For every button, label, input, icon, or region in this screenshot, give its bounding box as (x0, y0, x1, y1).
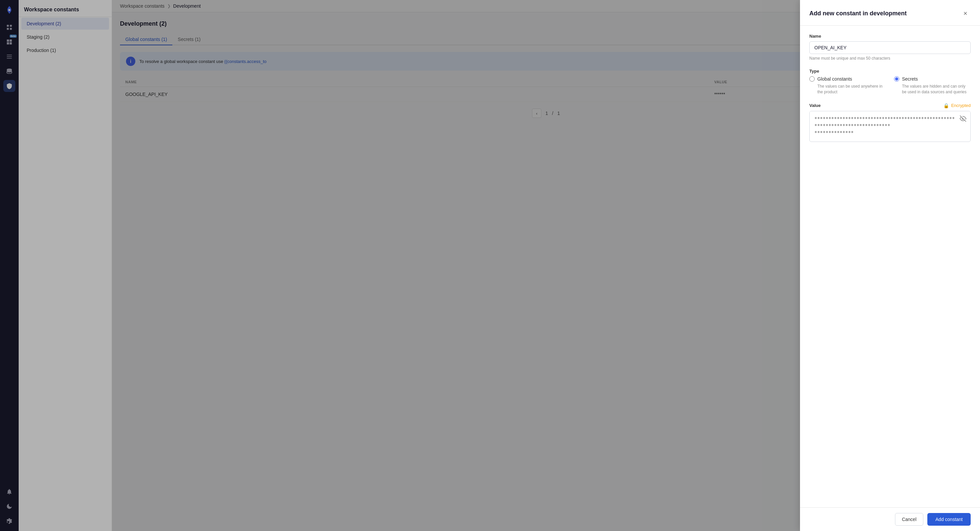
value-form-group: Value 🔒 Encrypted **********************… (809, 103, 970, 142)
radio-secrets-label[interactable]: Secrets (902, 76, 918, 82)
name-hint: Name must be unique and max 50 character… (809, 56, 970, 61)
type-label: Type (809, 69, 970, 74)
encrypted-text: Encrypted (951, 103, 970, 108)
radio-option-secrets: Secrets The values are hidden and can on… (894, 76, 970, 95)
value-header: Value 🔒 Encrypted (809, 103, 970, 108)
radio-secrets-row: Secrets (894, 76, 970, 82)
modal-panel: Add new constant in development × Name N… (800, 0, 980, 531)
radio-option-global: Global constants The values can be used … (809, 76, 886, 95)
name-form-group: Name Name must be unique and max 50 char… (809, 34, 970, 61)
radio-global-row: Global constants (809, 76, 886, 82)
radio-secrets-input[interactable] (894, 76, 899, 82)
radio-global-input[interactable] (809, 76, 815, 82)
radio-secrets-desc: The values are hidden and can only be us… (894, 84, 970, 95)
value-textarea[interactable]: ****************************************… (810, 111, 970, 140)
lock-icon: 🔒 (943, 103, 949, 108)
value-textarea-wrapper: ****************************************… (809, 111, 970, 142)
modal-close-button[interactable]: × (960, 8, 970, 19)
name-input[interactable] (809, 41, 970, 54)
name-label: Name (809, 34, 970, 39)
value-label: Value (809, 103, 821, 108)
modal-footer: Cancel Add constant (800, 507, 980, 531)
type-radio-group: Global constants The values can be used … (809, 76, 970, 95)
modal-body: Name Name must be unique and max 50 char… (800, 25, 980, 507)
radio-global-label[interactable]: Global constants (817, 76, 852, 82)
encrypted-badge: 🔒 Encrypted (943, 103, 970, 108)
radio-global-desc: The values can be used anywhere in the p… (809, 84, 886, 95)
add-constant-button[interactable]: Add constant (928, 513, 970, 526)
modal-header: Add new constant in development × (800, 0, 980, 25)
type-form-group: Type Global constants The values can be … (809, 69, 970, 95)
cancel-button[interactable]: Cancel (895, 513, 924, 526)
modal-title: Add new constant in development (809, 10, 907, 17)
toggle-visibility-button[interactable] (960, 115, 966, 123)
